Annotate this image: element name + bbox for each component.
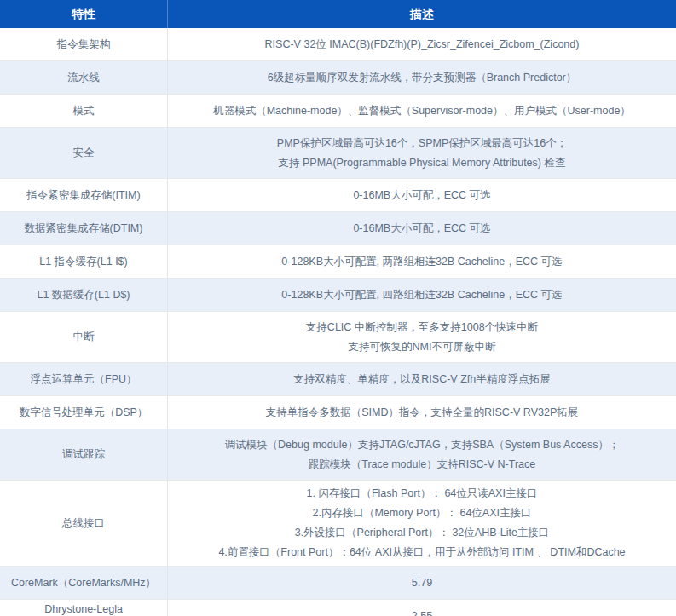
feature-cell: CoreMark（CoreMarks/MHz） [0,567,168,599]
table-body: 指令集架构RISC-V 32位 IMAC(B)(FDZfh)(P)_Zicsr_… [0,28,676,616]
feature-cell: 流水线 [0,61,168,94]
description-line: 0-128KB大小可配置, 四路组相连32B Cacheline，ECC 可选 [281,285,562,305]
description-cell: 0-16MB大小可配，ECC 可选 [168,179,676,211]
feature-cell: L1 指令缓存(L1 I$) [0,245,168,278]
feature-cell: 总线接口 [0,481,168,566]
table-header-row: 特性 描述 [0,0,676,28]
description-line: 1. 闪存接口（Flash Port）： 64位只读AXI主接口 [307,484,538,504]
description-cell: 机器模式（Machine-mode）、监督模式（Supervisor-mode）… [168,95,676,127]
feature-cell: 指令紧密集成存储(ITIM) [0,179,168,211]
table-row: 流水线6级超标量顺序双发射流水线，带分支预测器（Branch Predictor… [0,61,676,95]
description-cell: 6级超标量顺序双发射流水线，带分支预测器（Branch Predictor） [168,61,676,94]
feature-cell: 调试跟踪 [0,429,168,480]
description-cell: 支持CLIC 中断控制器，至多支持1008个快速中断支持可恢复的NMI不可屏蔽中… [168,312,676,362]
description-line: 支持双精度、单精度，以及RISC-V Zfh半精度浮点拓展 [293,370,550,389]
description-line: 6级超标量顺序双发射流水线，带分支预测器（Branch Predictor） [268,68,577,88]
table-row: L1 指令缓存(L1 I$)0-128KB大小可配置, 两路组相连32B Cac… [0,245,676,279]
description-line: RISC-V 32位 IMAC(B)(FDZfh)(P)_Zicsr_Zifen… [265,35,580,55]
table-row: 总线接口1. 闪存接口（Flash Port）： 64位只读AXI主接口2.内存… [0,481,676,567]
feature-cell: 中断 [0,312,168,362]
column-header-feature: 特性 [0,0,168,28]
feature-cell: 安全 [0,128,168,178]
description-line: 3.外设接口（Peripheral Port）： 32位AHB-Lite主接口 [295,523,550,543]
feature-cell: Dhrystone-Legla（DMIPS/MHz） [0,600,168,616]
description-cell: 1. 闪存接口（Flash Port）： 64位只读AXI主接口2.内存接口（M… [168,481,676,566]
feature-cell: L1 数据缓存(L1 D$) [0,279,168,311]
description-cell: 调试模块（Debug module）支持JTAG/cJTAG，支持SBA（Sys… [168,429,676,480]
feature-cell: 数字信号处理单元（DSP） [0,396,168,429]
description-line: 5.79 [412,573,432,593]
table-row: 指令紧密集成存储(ITIM)0-16MB大小可配，ECC 可选 [0,179,676,212]
description-line: 2.55 [412,607,432,616]
feature-cell: 模式 [0,95,168,127]
feature-cell: 数据紧密集成存储(DTIM) [0,212,168,245]
description-line: 支持可恢复的NMI不可屏蔽中断 [349,337,496,357]
table-row: 中断支持CLIC 中断控制器，至多支持1008个快速中断支持可恢复的NMI不可屏… [0,312,676,363]
table-row: 数据紧密集成存储(DTIM)0-16MB大小可配，ECC 可选 [0,212,676,245]
table-row: CoreMark（CoreMarks/MHz）5.79 [0,567,676,600]
feature-cell: 浮点运算单元（FPU） [0,363,168,395]
description-cell: 0-128KB大小可配置, 四路组相连32B Cacheline，ECC 可选 [168,279,676,311]
description-cell: 0-128KB大小可配置, 两路组相连32B Cacheline，ECC 可选 [168,245,676,278]
description-line: 0-16MB大小可配，ECC 可选 [353,219,490,239]
description-line: 调试模块（Debug module）支持JTAG/cJTAG，支持SBA（Sys… [225,435,620,455]
description-cell: PMP保护区域最高可达16个，SPMP保护区域最高可达16个；支持 PPMA(P… [168,128,676,178]
description-cell: RISC-V 32位 IMAC(B)(FDZfh)(P)_Zicsr_Zifen… [168,28,676,60]
description-line: 机器模式（Machine-mode）、监督模式（Supervisor-mode）… [213,101,631,121]
description-cell: 5.79 [168,567,676,599]
description-cell: 2.55 [168,600,676,616]
feature-cell: 指令集架构 [0,28,168,60]
table-row: 指令集架构RISC-V 32位 IMAC(B)(FDZfh)(P)_Zicsr_… [0,28,676,61]
table-row: 安全PMP保护区域最高可达16个，SPMP保护区域最高可达16个；支持 PPMA… [0,128,676,179]
description-cell: 支持双精度、单精度，以及RISC-V Zfh半精度浮点拓展 [168,363,676,395]
description-line: 2.内存接口（Memory Port）： 64位AXI主接口 [313,504,532,523]
table-row: 浮点运算单元（FPU）支持双精度、单精度，以及RISC-V Zfh半精度浮点拓展 [0,363,676,396]
description-line: 0-128KB大小可配置, 两路组相连32B Cacheline，ECC 可选 [281,252,562,272]
description-line: 4.前置接口（Front Port）：64位 AXI从接口，用于从外部访问 IT… [218,543,625,562]
spec-table: 特性 描述 指令集架构RISC-V 32位 IMAC(B)(FDZfh)(P)_… [0,0,676,616]
description-line: 支持单指令多数据（SIMD）指令，支持全量的RISC-V RV32P拓展 [266,403,578,423]
description-line: 支持 PPMA(Programmable Physical Memory Att… [279,153,566,173]
table-row: 数字信号处理单元（DSP）支持单指令多数据（SIMD）指令，支持全量的RISC-… [0,396,676,429]
table-row: L1 数据缓存(L1 D$)0-128KB大小可配置, 四路组相连32B Cac… [0,279,676,312]
description-line: PMP保护区域最高可达16个，SPMP保护区域最高可达16个； [277,134,567,153]
column-header-description: 描述 [168,0,676,28]
table-row: 模式机器模式（Machine-mode）、监督模式（Supervisor-mod… [0,95,676,128]
table-row: 调试跟踪调试模块（Debug module）支持JTAG/cJTAG，支持SBA… [0,429,676,481]
description-line: 0-16MB大小可配，ECC 可选 [353,186,490,205]
description-cell: 支持单指令多数据（SIMD）指令，支持全量的RISC-V RV32P拓展 [168,396,676,429]
description-line: 跟踪模块（Trace module）支持RISC-V N-Trace [309,455,535,475]
description-cell: 0-16MB大小可配，ECC 可选 [168,212,676,245]
table-row: Dhrystone-Legla（DMIPS/MHz）2.55 [0,600,676,616]
description-line: 支持CLIC 中断控制器，至多支持1008个快速中断 [306,318,538,337]
